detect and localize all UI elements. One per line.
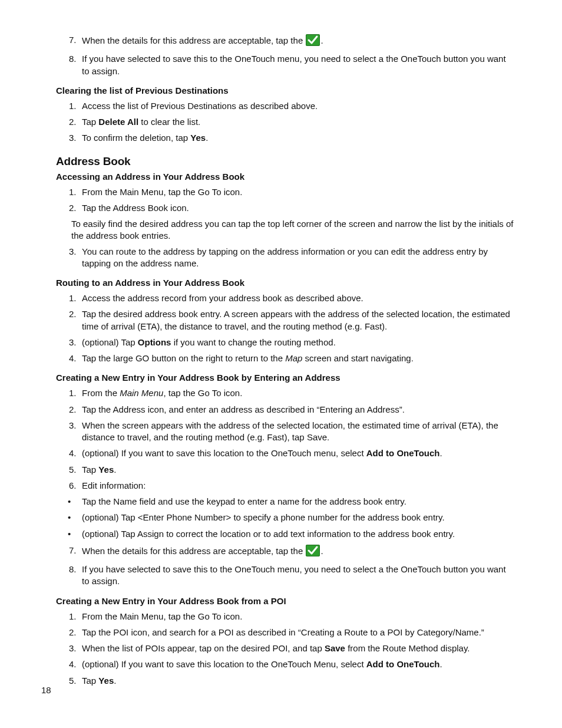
list-text: (optional) Tap Assign to correct the loc… (82, 529, 455, 539)
list-text: Tap the Address icon, and enter an addre… (82, 404, 405, 414)
list-text: Tap the Address Book icon. (82, 203, 189, 213)
list-marker: 1. (69, 292, 77, 304)
list-marker: 8. (69, 53, 77, 65)
list-text: . (320, 546, 323, 556)
list-item: 4. Tap the large GO button on the right … (82, 353, 515, 364)
list-item: 2. Tap the Address Book icon. (82, 202, 515, 214)
list-text: , tap the Go To icon. (163, 388, 242, 398)
list-text: Tap (82, 117, 98, 127)
list-item: 3. To confirm the deletion, tap Yes. (82, 132, 515, 144)
list-item: 3. When the list of POIs appear, tap on … (82, 643, 515, 654)
list-item: 1. From the Main Menu, tap the Go To ico… (82, 611, 515, 622)
list-item: 1. Access the list of Previous Destinati… (82, 100, 515, 112)
list-text: Edit information: (82, 480, 146, 490)
bullet-icon: • (68, 528, 71, 540)
list-item: 2. Tap the Address icon, and enter an ad… (82, 404, 515, 416)
list-text: Tap the POI icon, and search for a POI a… (82, 627, 484, 637)
list-marker: 5. (69, 464, 77, 476)
bold-text: Yes (98, 676, 114, 686)
list-item: 4. (optional) If you want to save this l… (82, 658, 515, 670)
ordered-list: 7. When the details for this address are… (56, 34, 515, 77)
list-text: from the Route Method display. (345, 643, 470, 653)
list-text: Tap the desired address book entry. A sc… (82, 309, 510, 331)
list-text: (optional) If you want to save this loca… (82, 659, 366, 669)
list-marker: 1. (69, 611, 77, 622)
list-text: Tap the large GO button on the right to … (82, 353, 285, 363)
list-marker: 1. (69, 186, 77, 198)
list-item: 6. Edit information: (82, 480, 515, 492)
list-text: If you have selected to save this to the… (82, 564, 506, 586)
list-text: (optional) Tap (82, 337, 138, 347)
bold-text: Yes (190, 133, 206, 143)
ordered-list: 1. From the Main Menu, tap the Go To ico… (56, 387, 515, 492)
list-text: When the screen appears with the address… (82, 420, 498, 442)
list-item: 5. Tap Yes. (82, 464, 515, 476)
ordered-list: 1. Access the address record from your a… (56, 292, 515, 364)
list-item: 2. Tap Delete All to clear the list. (82, 116, 515, 128)
list-item: 4. (optional) If you want to save this l… (82, 447, 515, 459)
ordered-list: 1. From the Main Menu, tap the Go To ico… (56, 611, 515, 687)
list-item: 1. Access the address record from your a… (82, 292, 515, 304)
list-text: From the (82, 388, 120, 398)
ordered-list: 1. From the Main Menu, tap the Go To ico… (56, 186, 515, 215)
bullet-icon: • (68, 512, 71, 523)
list-item: • Tap the Name field and use the keypad … (82, 496, 515, 508)
list-marker: 3. (69, 132, 77, 144)
sub-heading: Routing to an Address in Your Address Bo… (56, 278, 515, 288)
list-marker: 5. (69, 675, 77, 687)
list-marker: 7. (69, 34, 77, 46)
list-marker: 6. (69, 480, 77, 492)
list-marker: 4. (69, 353, 77, 364)
list-marker: 1. (69, 387, 77, 399)
list-marker: 2. (69, 116, 77, 128)
bold-text: Save (325, 643, 345, 653)
list-item: 3. When the screen appears with the addr… (82, 420, 515, 444)
list-marker: 2. (69, 404, 77, 416)
list-text: When the list of POIs appear, tap on the… (82, 643, 325, 653)
list-marker: 2. (69, 202, 77, 214)
list-text: . (206, 133, 208, 143)
sub-heading: Clearing the list of Previous Destinatio… (56, 85, 515, 95)
list-item: • (optional) Tap <Enter Phone Number> to… (82, 512, 515, 523)
list-text: . (320, 35, 323, 45)
list-text: Tap (82, 676, 98, 686)
list-text: When the details for this address are ac… (82, 35, 305, 45)
list-text: To confirm the deletion, tap (82, 133, 190, 143)
paragraph: To easily find the desired address you c… (56, 218, 515, 242)
section-heading: Address Book (56, 155, 515, 168)
list-marker: 2. (69, 627, 77, 638)
list-marker: 1. (69, 100, 77, 112)
list-item: 5. Tap Yes. (82, 675, 515, 687)
sub-heading: Creating a New Entry in Your Address Boo… (56, 373, 515, 383)
list-text: to clear the list. (138, 117, 200, 127)
list-text: . (114, 676, 116, 686)
list-text: You can route to the address by tapping … (82, 246, 488, 268)
list-marker: 3. (69, 643, 77, 654)
list-text: . (439, 448, 442, 458)
document-page: 7. When the details for this address are… (0, 0, 562, 728)
list-marker: 3. (69, 337, 77, 348)
list-item: 7. When the details for this address are… (82, 34, 515, 49)
list-marker: 2. (69, 308, 77, 320)
list-item: 8. If you have selected to save this to … (82, 564, 515, 588)
list-text: Access the list of Previous Destinations… (82, 101, 318, 111)
list-item: 1. From the Main Menu, tap the Go To ico… (82, 186, 515, 198)
bullet-icon: • (68, 496, 71, 508)
list-item: 2. Tap the POI icon, and search for a PO… (82, 627, 515, 638)
sub-heading: Accessing an Address in Your Address Boo… (56, 172, 515, 182)
list-text: Access the address record from your addr… (82, 293, 363, 303)
list-text: If you have selected to save this to the… (82, 54, 506, 75)
list-marker: 4. (69, 447, 77, 459)
check-icon (305, 34, 320, 49)
ordered-list: 7. When the details for this address are… (56, 545, 515, 588)
list-item: 7. When the details for this address are… (82, 545, 515, 559)
check-icon (305, 545, 320, 559)
list-text: From the Main Menu, tap the Go To icon. (82, 187, 242, 197)
list-item: 3. You can route to the address by tappi… (82, 246, 515, 270)
list-text: screen and start navigating. (302, 353, 413, 363)
bold-text: Options (138, 337, 171, 347)
list-text: . (114, 465, 116, 475)
bullet-list: • Tap the Name field and use the keypad … (56, 496, 515, 540)
bold-text: Add to OneTouch (366, 448, 440, 458)
italic-text: Map (285, 353, 302, 363)
